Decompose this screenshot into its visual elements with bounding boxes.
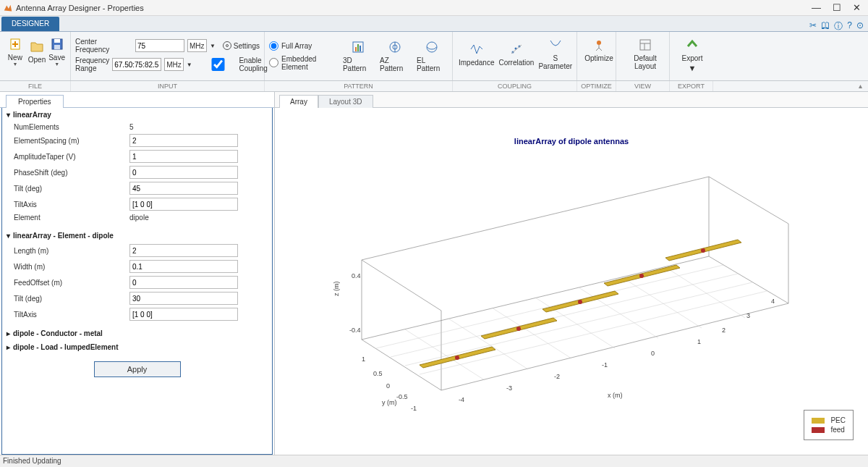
help-doc-icon[interactable]: 🕮 [821, 20, 830, 33]
section-conductor[interactable]: ▸dipole - Conductor - metal [2, 327, 272, 340]
save-button[interactable]: Save ▼ [48, 35, 66, 67]
ribbon-group-pattern: Full Array Embedded Element 3D Pattern A… [265, 32, 453, 80]
section-element-dipole[interactable]: ▾linearArray - Element - dipole [2, 229, 272, 243]
freq-range-input[interactable] [112, 58, 161, 71]
center-freq-input[interactable] [135, 39, 184, 52]
svg-point-40 [578, 300, 582, 304]
svg-rect-5 [54, 45, 60, 49]
default-layout-button[interactable]: Default Layout [621, 35, 670, 72]
collapse-ribbon-icon[interactable]: ⊙ [856, 20, 864, 33]
section-input: INPUT [71, 81, 265, 91]
impedance-button[interactable]: Impedance [457, 39, 495, 69]
open-label: Open [28, 56, 46, 64]
sparameter-button[interactable]: S Parameter [537, 35, 574, 72]
optimize-button[interactable]: Optimize [582, 35, 616, 64]
tab-layout3d[interactable]: Layout 3D [318, 95, 373, 108]
svg-text:-0.4: -0.4 [349, 327, 361, 334]
section-view: VIEW [616, 81, 670, 91]
maximize-icon[interactable]: ☐ [833, 2, 841, 13]
svg-rect-19 [640, 40, 650, 50]
svg-text:-1: -1 [602, 361, 608, 369]
tilt2-input[interactable] [129, 292, 238, 305]
phaseshift-input[interactable] [129, 166, 238, 179]
svg-text:1: 1 [697, 338, 701, 345]
quick-access: ✂ 🕮 ⓘ ? ⊙ [809, 20, 864, 33]
element-label: Element [14, 214, 129, 222]
svg-text:-1: -1 [411, 405, 417, 412]
legend-swatch-feed [812, 427, 825, 433]
ribbon-overflow-icon[interactable]: ▴ [859, 82, 862, 90]
apply-button[interactable]: Apply [94, 361, 181, 377]
az-pattern-button[interactable]: AZ Pattern [380, 38, 411, 74]
elementspacing-label: ElementSpacing (m) [14, 137, 129, 145]
tab-designer[interactable]: DESIGNER [1, 17, 59, 31]
width-input[interactable] [129, 260, 238, 273]
impedance-label: Impedance [459, 59, 494, 67]
gear-icon [223, 41, 231, 50]
svg-text:-4: -4 [459, 396, 464, 403]
tiltaxis-label: TiltAxis [14, 201, 129, 209]
embedded-element-radio[interactable]: Embedded Element [269, 55, 337, 71]
new-button[interactable]: New ▼ [4, 35, 26, 67]
svg-line-17 [511, 45, 522, 54]
svg-line-22 [362, 260, 441, 311]
tab-array[interactable]: Array [279, 95, 318, 108]
freq-range-unit[interactable]: MHz [164, 58, 184, 71]
ribbon-group-file: New ▼ Open Save ▼ [0, 32, 71, 80]
correlation-label: Correlation [498, 59, 534, 67]
open-button[interactable]: Open [27, 37, 46, 65]
el-pattern-label: EL Pattern [417, 56, 448, 72]
minimize-icon[interactable]: — [812, 2, 821, 13]
phaseshift-label: PhaseShift (deg) [14, 169, 129, 177]
svg-line-32 [579, 287, 658, 338]
ribbon: New ▼ Open Save ▼ Center Frequency MHz ▼… [0, 32, 868, 81]
caret-down-icon: ▾ [7, 232, 10, 240]
section-load[interactable]: ▸dipole - Load - lumpedElement [2, 340, 272, 354]
default-layout-label: Default Layout [622, 54, 668, 70]
array-viewer[interactable]: linearArray of dipole antennas [275, 108, 868, 455]
svg-point-44 [701, 248, 705, 253]
legend-swatch-pec [812, 418, 825, 424]
svg-text:z (m): z (m) [333, 282, 340, 297]
svg-point-13 [427, 42, 437, 52]
svg-point-36 [455, 355, 459, 360]
svg-point-38 [516, 327, 521, 331]
correlation-button[interactable]: Correlation [497, 39, 535, 69]
elementspacing-input[interactable] [129, 134, 238, 147]
ribbon-section-labels: FILE INPUT PATTERN COUPLING OPTIMIZE VIE… [0, 81, 868, 92]
3d-pattern-button[interactable]: 3D Pattern [343, 38, 374, 74]
center-freq-unit[interactable]: MHz [187, 39, 207, 52]
amplitudetaper-input[interactable] [129, 150, 238, 163]
section-optimize: OPTIMIZE [577, 81, 616, 91]
section-lineararray[interactable]: ▾linearArray [2, 108, 272, 122]
svg-line-29 [448, 319, 528, 369]
svg-text:4: 4 [771, 298, 775, 305]
svg-text:-3: -3 [506, 384, 512, 392]
export-button[interactable]: Export▼ [674, 35, 710, 75]
svg-text:0.5: 0.5 [373, 370, 383, 377]
tiltaxis2-input[interactable] [129, 308, 238, 321]
settings-button[interactable]: Settings [223, 41, 260, 50]
help-icon[interactable]: ? [847, 20, 852, 33]
tilt-input[interactable] [129, 182, 238, 195]
chevron-down-icon: ▼ [54, 63, 59, 66]
tiltaxis-input[interactable] [129, 198, 238, 211]
tab-properties[interactable]: Properties [6, 95, 64, 108]
chevron-down-icon[interactable]: ▼ [187, 62, 192, 68]
legend: PEC feed [804, 410, 854, 440]
length-input[interactable] [129, 244, 238, 257]
info-icon[interactable]: ⓘ [834, 20, 843, 33]
feedoffset-input[interactable] [129, 276, 238, 289]
close-icon[interactable]: ✕ [853, 2, 861, 13]
el-pattern-button[interactable]: EL Pattern [417, 38, 448, 74]
svg-text:y (m): y (m) [382, 399, 397, 406]
svg-rect-9 [359, 46, 361, 51]
chevron-down-icon[interactable]: ▼ [210, 43, 216, 49]
section-coupling: COUPLING [453, 81, 577, 91]
full-array-radio[interactable]: Full Array [269, 41, 337, 51]
cut-icon[interactable]: ✂ [809, 20, 817, 33]
matlab-logo-icon [3, 3, 13, 13]
element-value: dipole [129, 214, 149, 222]
tilt2-label: Tilt (deg) [14, 295, 129, 303]
svg-text:0: 0 [651, 350, 655, 357]
